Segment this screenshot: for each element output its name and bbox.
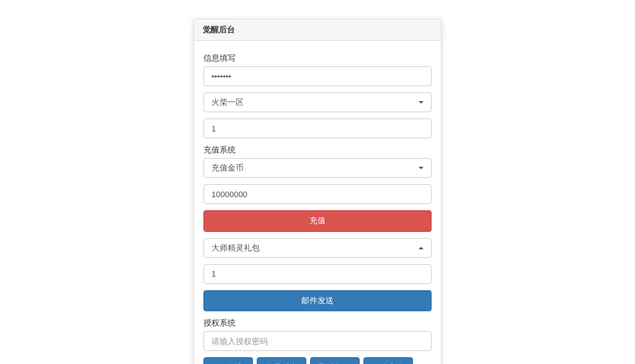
unlimited-button[interactable]: 无限元宝: [203, 357, 253, 364]
panel-title: 觉醒后台: [194, 19, 441, 41]
cancel-auth-button[interactable]: 取消权限: [310, 357, 360, 364]
gift-select[interactable]: 大师精灵礼包: [203, 238, 432, 258]
gift-select-value: 大师精灵礼包: [211, 242, 260, 254]
recharge-section-label: 充值系统: [203, 144, 432, 156]
server-select[interactable]: 火柴一区: [203, 92, 432, 112]
recharge-button[interactable]: 充值: [203, 210, 432, 232]
admin-panel: 觉醒后台 信息填写 火柴一区 充值系统 充值金币 充值 大师精灵礼包: [193, 19, 442, 364]
caret-up-icon: [419, 247, 424, 249]
gift-qty-input[interactable]: [203, 264, 432, 284]
caret-down-icon: [419, 167, 424, 169]
password-input[interactable]: [203, 66, 432, 86]
panel-body: 信息填写 火柴一区 充值系统 充值金币 充值 大师精灵礼包 邮件发送: [194, 41, 441, 364]
auth-section-label: 授权系统: [203, 317, 432, 329]
items-backend-button[interactable]: 物品后台: [257, 357, 306, 364]
server-select-value: 火柴一区: [211, 97, 244, 108]
info-section-label: 信息填写: [203, 53, 432, 64]
action-button-row: 无限元宝 物品后台 取消权限 修改密码: [203, 357, 432, 364]
mail-send-button[interactable]: 邮件发送: [203, 290, 432, 312]
id-input[interactable]: [203, 118, 432, 138]
auth-password-input[interactable]: [203, 331, 432, 351]
amount-input[interactable]: [203, 184, 432, 204]
recharge-type-value: 充值金币: [211, 162, 244, 174]
change-password-button[interactable]: 修改密码: [363, 357, 413, 364]
recharge-type-select[interactable]: 充值金币: [203, 158, 432, 178]
caret-down-icon: [419, 101, 424, 104]
